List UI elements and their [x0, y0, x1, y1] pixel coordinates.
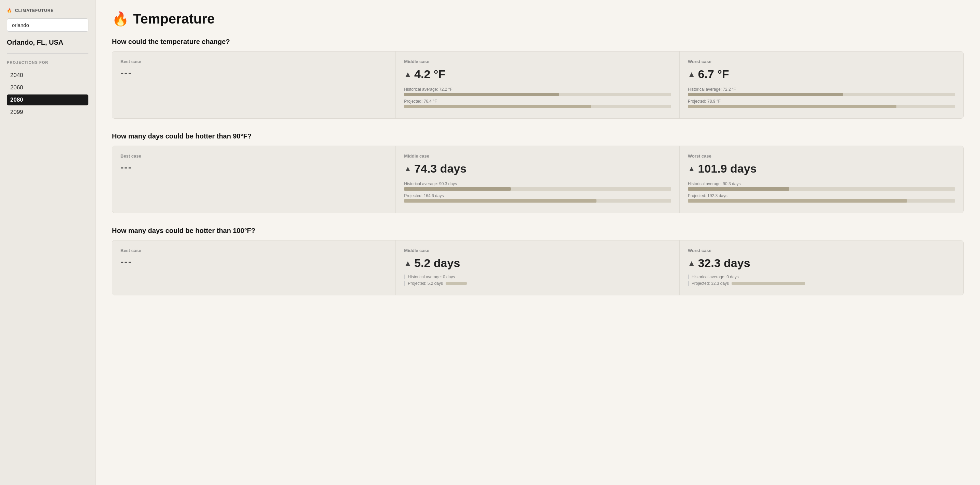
hist-bar-row: Historical average: 90.3 days — [688, 181, 955, 191]
hist-bar-row: Historical average: 72.2 °F — [404, 87, 671, 96]
page-title-icon: 🔥 — [112, 11, 129, 27]
proj-bar-label: Projected: 76.4 °F — [404, 99, 671, 104]
card-middle: Middle case▲4.2 °FHistorical average: 72… — [396, 51, 679, 118]
cards-row-days-90: Best case---Middle case▲74.3 daysHistori… — [112, 146, 964, 213]
tiny-bar-section: Historical average: 0 daysProjected: 5.2… — [404, 275, 671, 286]
card-label-best: Best case — [121, 153, 387, 159]
hist-bar-fill — [404, 187, 511, 191]
location-name: Orlando, FL, USA — [7, 38, 88, 46]
triangle-icon: ▲ — [688, 164, 695, 173]
page-title-text: Temperature — [133, 11, 215, 27]
proj-bar-track — [404, 199, 671, 203]
card-value-worst: ▲101.9 days — [688, 162, 955, 175]
section-title-days-90: How many days could be hotter than 90°F? — [112, 132, 964, 140]
card-value-best: --- — [121, 256, 387, 267]
proj-bar-fill — [404, 105, 591, 108]
hist-bar-label: Historical average: 90.3 days — [404, 181, 671, 186]
proj-bar — [732, 282, 805, 285]
card-label-worst: Worst case — [688, 59, 955, 64]
proj-bar-label: Projected: 78.9 °F — [688, 99, 955, 104]
proj-bar-row: Projected: 5.2 days — [404, 281, 671, 286]
card-value-best: --- — [121, 162, 387, 173]
card-worst: Worst case▲101.9 daysHistorical average:… — [680, 146, 963, 213]
cards-row-days-100: Best case---Middle case▲5.2 daysHistoric… — [112, 240, 964, 295]
divider — [7, 53, 88, 54]
proj-bar-track — [404, 105, 671, 108]
hist-bar-fill — [688, 187, 790, 191]
brand: 🔥 CLIMATEFUTURE — [7, 8, 88, 13]
hist-bar-track — [404, 187, 671, 191]
hist-bar-row: Historical average: 72.2 °F — [688, 87, 955, 96]
card-value-worst: ▲6.7 °F — [688, 68, 955, 81]
section-title-days-100: How many days could be hotter than 100°F… — [112, 227, 964, 235]
proj-bar-row: Projected: 192.3 days — [688, 193, 955, 203]
section-days-90: How many days could be hotter than 90°F?… — [112, 132, 964, 213]
search-input[interactable] — [7, 18, 88, 32]
card-best: Best case--- — [112, 146, 396, 213]
year-item-2080[interactable]: 2080 — [7, 94, 88, 105]
projections-label: PROJECTIONS FOR — [7, 60, 88, 64]
card-worst: Worst case▲32.3 daysHistorical average: … — [680, 240, 963, 295]
card-label-best: Best case — [121, 248, 387, 253]
proj-bar-fill — [688, 199, 907, 203]
section-temp-change: How could the temperature change?Best ca… — [112, 38, 964, 119]
year-item-2099[interactable]: 2099 — [7, 107, 88, 118]
year-list: 2040206020802099 — [7, 70, 88, 118]
card-value-middle: ▲5.2 days — [404, 256, 671, 270]
card-value-middle: ▲4.2 °F — [404, 68, 671, 81]
card-label-middle: Middle case — [404, 59, 671, 64]
sidebar: 🔥 CLIMATEFUTURE Orlando, FL, USA PROJECT… — [0, 0, 95, 485]
proj-bar-label: Projected: 164.6 days — [404, 193, 671, 198]
hist-bar-row: Historical average: 90.3 days — [404, 181, 671, 191]
proj-bar-row: Projected: 32.3 days — [688, 281, 955, 286]
year-item-2040[interactable]: 2040 — [7, 70, 88, 81]
hist-bar-label: Historical average: 72.2 °F — [404, 87, 671, 92]
year-item-2060[interactable]: 2060 — [7, 82, 88, 93]
triangle-icon: ▲ — [404, 259, 412, 268]
card-best: Best case--- — [112, 240, 396, 295]
card-middle: Middle case▲5.2 daysHistorical average: … — [396, 240, 679, 295]
proj-bar-label: Projected: 5.2 days — [408, 281, 443, 286]
proj-bar-fill — [688, 105, 896, 108]
bar-section: Historical average: 72.2 °FProjected: 78… — [688, 87, 955, 108]
proj-bar-label: Projected: 32.3 days — [692, 281, 729, 286]
card-label-middle: Middle case — [404, 248, 671, 253]
bar-section: Historical average: 90.3 daysProjected: … — [688, 181, 955, 203]
page-title-container: 🔥 Temperature — [112, 11, 964, 27]
card-label-middle: Middle case — [404, 153, 671, 159]
card-value-best: --- — [121, 68, 387, 78]
hist-bar-fill — [404, 93, 559, 96]
bar-section: Historical average: 72.2 °FProjected: 76… — [404, 87, 671, 108]
card-label-best: Best case — [121, 59, 387, 64]
section-days-100: How many days could be hotter than 100°F… — [112, 227, 964, 295]
triangle-icon: ▲ — [688, 70, 695, 79]
main-content: 🔥 Temperature How could the temperature … — [95, 0, 980, 485]
brand-icon: 🔥 — [7, 8, 12, 13]
proj-bar-row: Projected: 164.6 days — [404, 193, 671, 203]
card-label-worst: Worst case — [688, 248, 955, 253]
proj-bar-fill — [404, 199, 596, 203]
card-worst: Worst case▲6.7 °FHistorical average: 72.… — [680, 51, 963, 118]
triangle-icon: ▲ — [404, 70, 412, 79]
section-title-temp-change: How could the temperature change? — [112, 38, 964, 46]
hist-bar-fill — [688, 93, 843, 96]
hist-bar-label: Historical average: 0 days — [408, 275, 455, 279]
hist-bar-label: Historical average: 72.2 °F — [688, 87, 955, 92]
cards-row-temp-change: Best case---Middle case▲4.2 °FHistorical… — [112, 51, 964, 119]
hist-bar-row: Historical average: 0 days — [688, 275, 955, 279]
tiny-bar-section: Historical average: 0 daysProjected: 32.… — [688, 275, 955, 286]
brand-name: CLIMATEFUTURE — [15, 8, 54, 13]
card-best: Best case--- — [112, 51, 396, 118]
hist-bar-label: Historical average: 90.3 days — [688, 181, 955, 186]
proj-bar-row: Projected: 76.4 °F — [404, 99, 671, 108]
proj-bar — [445, 282, 467, 285]
card-label-worst: Worst case — [688, 153, 955, 159]
hist-bar-row: Historical average: 0 days — [404, 275, 671, 279]
bar-section: Historical average: 90.3 daysProjected: … — [404, 181, 671, 203]
hist-bar-track — [688, 187, 955, 191]
proj-bar-track — [688, 105, 955, 108]
triangle-icon: ▲ — [688, 259, 695, 268]
card-value-middle: ▲74.3 days — [404, 162, 671, 175]
sections-container: How could the temperature change?Best ca… — [112, 38, 964, 295]
card-value-worst: ▲32.3 days — [688, 256, 955, 270]
